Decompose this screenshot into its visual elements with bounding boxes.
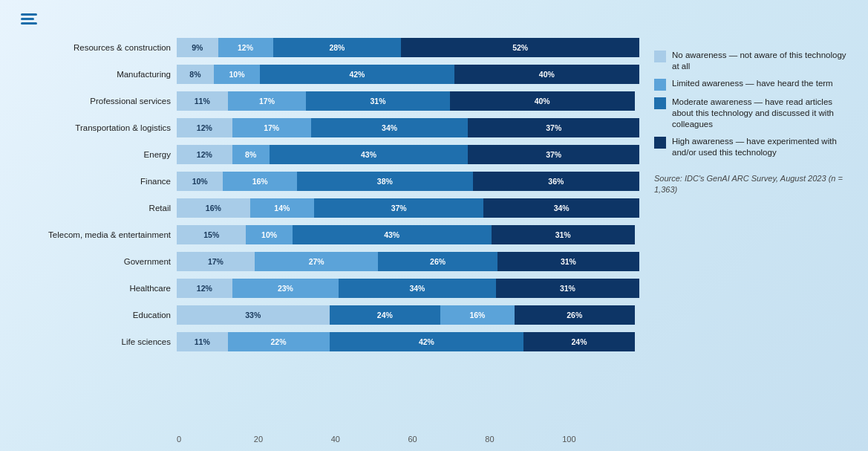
bar-segment: 42% xyxy=(330,332,524,351)
legend-area: No awareness — not aware of this technol… xyxy=(647,35,847,444)
bar-segment: 17% xyxy=(177,252,255,271)
x-tick: 20 xyxy=(254,435,331,444)
bar-segment: 31% xyxy=(492,225,635,244)
row-label: Telecom, media & entertainment xyxy=(21,230,177,239)
x-tick: 60 xyxy=(408,435,485,444)
row-label: Retail xyxy=(21,204,177,212)
legend-text: High awareness — have experimented with … xyxy=(672,136,847,158)
chart-row: Manufacturing8%10%42%40% xyxy=(21,62,639,87)
bar-segment: 34% xyxy=(483,198,639,218)
chart-row: Retail16%14%37%34% xyxy=(21,195,639,221)
legend-item: No awareness — not aware of this technol… xyxy=(654,50,847,72)
row-label: Transportation & logistics xyxy=(21,123,177,132)
bar-container: 11%22%42%24% xyxy=(177,332,639,351)
bar-container: 12%23%34%31% xyxy=(177,279,639,298)
bar-segment: 26% xyxy=(378,252,497,271)
bar-segment: 43% xyxy=(270,145,469,164)
idc-line-1 xyxy=(21,13,37,16)
bar-segment: 16% xyxy=(177,198,250,218)
chart-row: Resources & construction9%12%28%52% xyxy=(21,35,639,60)
bar-segment: 52% xyxy=(401,38,639,57)
bar-container: 12%17%34%37% xyxy=(177,118,639,137)
bar-segment: 37% xyxy=(468,145,639,164)
source-text: Source: IDC's GenAI ARC Survey, August 2… xyxy=(654,173,847,196)
x-tick: 40 xyxy=(331,435,408,444)
main-content: Resources & construction9%12%28%52%Manuf… xyxy=(21,35,847,444)
bar-segment: 10% xyxy=(246,225,292,244)
chart-row: Energy12%8%43%37% xyxy=(21,142,639,167)
bar-container: 16%14%37%34% xyxy=(177,198,639,218)
bar-segment: 27% xyxy=(255,252,379,271)
bar-segment: 33% xyxy=(177,305,330,325)
bar-container: 33%24%16%26% xyxy=(177,305,639,325)
chart-row: Government17%27%26%31% xyxy=(21,249,639,274)
bar-segment: 16% xyxy=(440,305,515,325)
idc-line-2 xyxy=(21,18,34,20)
bar-segment: 31% xyxy=(496,279,639,298)
bar-segment: 23% xyxy=(232,279,339,298)
bar-segment: 37% xyxy=(468,118,639,137)
bar-container: 11%17%31%40% xyxy=(177,91,639,111)
bar-segment: 26% xyxy=(515,305,635,325)
bar-segment: 40% xyxy=(450,91,635,111)
row-label: Life sciences xyxy=(21,337,177,346)
bar-segment: 17% xyxy=(228,91,307,111)
chart-row: Transportation & logistics12%17%34%37% xyxy=(21,115,639,140)
bar-segment: 38% xyxy=(297,172,473,191)
bar-segment: 31% xyxy=(306,91,449,111)
bar-segment: 24% xyxy=(330,305,441,325)
bar-segment: 14% xyxy=(250,198,314,218)
row-label: Resources & construction xyxy=(21,43,177,52)
bar-segment: 12% xyxy=(177,279,232,298)
legend-text: Moderate awareness — have read articles … xyxy=(672,97,847,130)
header xyxy=(21,13,847,25)
idc-lines-icon xyxy=(21,13,37,25)
row-label: Healthcare xyxy=(21,284,177,293)
bar-segment: 10% xyxy=(214,65,260,84)
bar-segment: 43% xyxy=(293,225,492,244)
bar-segment: 36% xyxy=(473,172,639,191)
bar-segment: 11% xyxy=(177,91,228,111)
chart-row: Professional services11%17%31%40% xyxy=(21,88,639,114)
legend-item: High awareness — have experimented with … xyxy=(654,136,847,158)
row-label: Finance xyxy=(21,177,177,186)
legend-item: Moderate awareness — have read articles … xyxy=(654,97,847,130)
row-label: Education xyxy=(21,311,177,319)
chart-rows: Resources & construction9%12%28%52%Manuf… xyxy=(21,35,639,432)
bar-segment: 15% xyxy=(177,225,246,244)
idc-line-3 xyxy=(21,22,37,25)
bar-segment: 10% xyxy=(177,172,223,191)
bar-segment: 12% xyxy=(218,38,273,57)
chart-row: Education33%24%16%26% xyxy=(21,302,639,328)
bar-segment: 40% xyxy=(454,65,639,84)
bar-segment: 34% xyxy=(339,279,496,298)
bar-segment: 9% xyxy=(177,38,218,57)
legend-color-box xyxy=(654,79,666,91)
bar-segment: 12% xyxy=(177,118,232,137)
x-tick: 100 xyxy=(562,435,639,444)
bar-container: 17%27%26%31% xyxy=(177,252,639,271)
legend-color-box xyxy=(654,137,666,149)
bar-segment: 22% xyxy=(228,332,330,351)
row-label: Manufacturing xyxy=(21,70,177,79)
row-label: Government xyxy=(21,257,177,266)
row-label: Professional services xyxy=(21,97,177,106)
legend-text: No awareness — not aware of this technol… xyxy=(672,50,847,72)
bar-container: 15%10%43%31% xyxy=(177,225,639,244)
bar-segment: 31% xyxy=(497,252,639,271)
chart-row: Life sciences11%22%42%24% xyxy=(21,329,639,354)
bar-segment: 11% xyxy=(177,332,228,351)
bar-container: 8%10%42%40% xyxy=(177,65,639,84)
bar-container: 9%12%28%52% xyxy=(177,38,639,57)
chart-row: Telecom, media & entertainment15%10%43%3… xyxy=(21,222,639,247)
x-tick: 0 xyxy=(177,435,254,444)
bar-segment: 12% xyxy=(177,145,232,164)
bar-segment: 37% xyxy=(314,198,483,218)
x-tick: 80 xyxy=(485,435,562,444)
legend-item: Limited awareness — have heard the term xyxy=(654,78,847,91)
bar-segment: 34% xyxy=(311,118,469,137)
legend-color-box xyxy=(654,51,666,62)
bar-container: 10%16%38%36% xyxy=(177,172,639,191)
bar-segment: 8% xyxy=(232,145,270,164)
bar-segment: 16% xyxy=(223,172,297,191)
